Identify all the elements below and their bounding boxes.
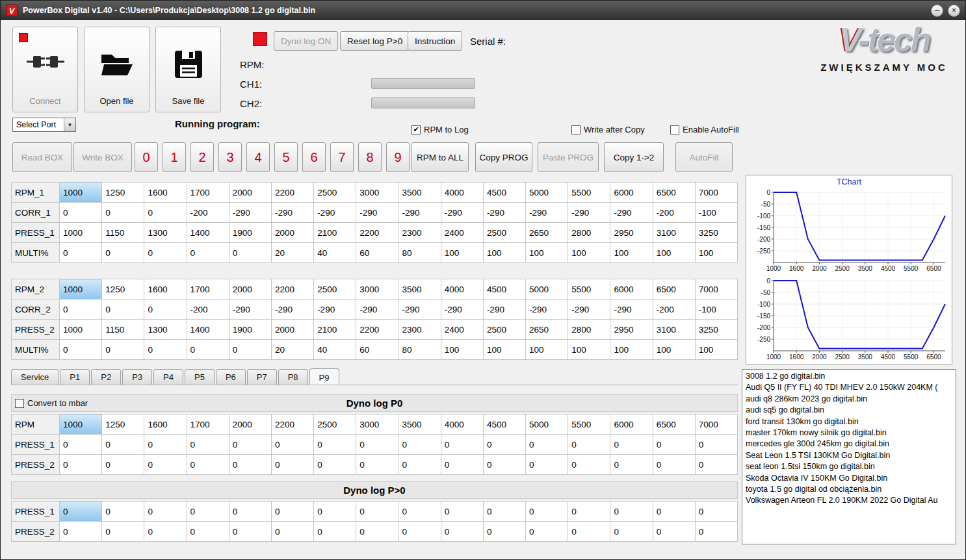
grid-cell[interactable]: 2950 (610, 320, 653, 340)
grid-cell[interactable]: 0 (483, 455, 525, 475)
grid-cell[interactable]: 6500 (653, 279, 695, 299)
grid-cell[interactable]: 1700 (187, 183, 229, 203)
grid-cell[interactable]: 0 (144, 522, 187, 542)
grid-cell[interactable]: 0 (356, 502, 398, 522)
grid-cell[interactable]: 0 (60, 299, 102, 320)
grid-cell[interactable]: 100 (610, 340, 653, 360)
grid-cell[interactable]: -290 (526, 299, 568, 320)
digit-button-5[interactable]: 5 (274, 142, 298, 172)
grid-cell[interactable]: 100 (653, 340, 695, 360)
grid-cell[interactable]: 4500 (483, 183, 525, 203)
grid-cell[interactable]: 2200 (356, 320, 398, 340)
grid-cell[interactable]: 0 (356, 435, 398, 455)
grid-cell[interactable]: 0 (653, 522, 695, 542)
grid-cell[interactable]: 1300 (144, 320, 187, 340)
grid-cell[interactable]: 0 (526, 502, 568, 522)
grid-cell[interactable]: 3500 (398, 279, 441, 299)
grid-cell[interactable]: 0 (60, 455, 102, 475)
grid-cell[interactable]: 0 (610, 455, 653, 475)
grid-cell[interactable]: 3000 (356, 183, 398, 203)
grid-cell[interactable]: 0 (229, 502, 271, 522)
tab-p2[interactable]: P2 (91, 369, 121, 385)
convert-to-mbar-checkbox[interactable]: Convert to mbar (15, 398, 88, 408)
grid-cell[interactable]: 0 (229, 243, 271, 263)
grid-cell[interactable]: 2500 (314, 279, 356, 299)
grid-cell[interactable]: 0 (441, 502, 483, 522)
grid-cell[interactable]: 4500 (483, 279, 525, 299)
reset-log-button[interactable]: Reset log P>0 (340, 31, 410, 51)
grid-cell[interactable]: 2000 (229, 414, 271, 435)
digit-button-4[interactable]: 4 (246, 142, 270, 172)
grid-cell[interactable]: 1700 (187, 414, 229, 435)
grid-cell[interactable]: 0 (102, 299, 144, 320)
grid-cell[interactable]: 1250 (102, 183, 144, 203)
grid-cell[interactable]: 0 (229, 522, 271, 542)
file-list-item[interactable]: master 170km nowy silnik go digital.bin (746, 427, 956, 439)
grid-cell[interactable]: 0 (60, 203, 102, 223)
grid-cell[interactable]: 0 (398, 502, 441, 522)
grid-cell[interactable]: 3000 (356, 279, 398, 299)
grid-cell[interactable]: 1600 (144, 279, 187, 299)
grid-cell[interactable]: 2100 (314, 320, 356, 340)
grid-cell[interactable]: -290 (398, 299, 441, 320)
grid-cell[interactable]: 5500 (568, 183, 610, 203)
digit-button-8[interactable]: 8 (358, 142, 382, 172)
tab-p8[interactable]: P8 (278, 369, 308, 385)
grid-cell[interactable]: 2300 (398, 223, 441, 243)
grid-cell[interactable]: 0 (102, 435, 144, 455)
grid-cell[interactable]: 0 (441, 435, 483, 455)
grid-cell[interactable]: 1000 (60, 279, 102, 299)
digit-button-1[interactable]: 1 (163, 142, 186, 172)
grid-cell[interactable]: 0 (144, 502, 187, 522)
grid-cell[interactable]: -100 (695, 299, 737, 320)
grid-cell[interactable]: 2200 (356, 223, 398, 243)
instruction-button[interactable]: Instruction (408, 31, 462, 51)
grid-cell[interactable]: -290 (610, 203, 653, 223)
grid-cell[interactable]: 3100 (653, 320, 695, 340)
grid-cell[interactable]: 100 (568, 340, 610, 360)
grid-cell[interactable]: 0 (695, 435, 737, 455)
grid-cell[interactable]: 2000 (271, 223, 313, 243)
grid-cell[interactable]: 7000 (695, 183, 737, 203)
grid-cell[interactable]: 0 (314, 455, 356, 475)
grid-cell[interactable]: 0 (271, 435, 313, 455)
file-list-item[interactable]: 3008 1.2 go digital.bin (746, 371, 956, 382)
grid-cell[interactable]: 3500 (398, 414, 441, 435)
grid-cell[interactable]: 4000 (441, 414, 483, 435)
grid-cell[interactable]: 0 (356, 522, 398, 542)
grid-cell[interactable]: -290 (229, 203, 271, 223)
grid-cell[interactable]: 5500 (568, 279, 610, 299)
dyno-log-on-button[interactable]: Dyno log ON (274, 31, 338, 51)
grid-cell[interactable]: 0 (695, 455, 737, 475)
grid-cell[interactable]: 2000 (229, 279, 271, 299)
grid-cell[interactable]: -290 (271, 299, 313, 320)
grid-cell[interactable]: 0 (271, 455, 313, 475)
grid-cell[interactable]: 2950 (610, 223, 653, 243)
grid-cell[interactable]: 2500 (483, 320, 525, 340)
grid-cell[interactable]: 100 (483, 340, 525, 360)
grid-cell[interactable]: 0 (398, 522, 441, 542)
digit-button-0[interactable]: 0 (135, 142, 158, 172)
file-list-item[interactable]: ford transit 130km go digital.bin (746, 416, 956, 427)
grid-cell[interactable]: 0 (483, 522, 525, 542)
grid-cell[interactable]: 40 (314, 340, 356, 360)
grid-cell[interactable]: -290 (441, 299, 483, 320)
grid-cell[interactable]: 2650 (526, 223, 568, 243)
grid-cell[interactable]: -290 (568, 203, 610, 223)
grid-cell[interactable]: 2000 (271, 320, 313, 340)
grid-cell[interactable]: 0 (483, 435, 525, 455)
grid-cell[interactable]: 2300 (398, 320, 441, 340)
grid-cell[interactable]: 0 (144, 340, 187, 360)
grid-cell[interactable]: 0 (568, 435, 610, 455)
grid-cell[interactable]: 2650 (526, 320, 568, 340)
grid-cell[interactable]: 1250 (102, 414, 144, 435)
grid-cell[interactable]: 100 (526, 340, 568, 360)
autofill-button[interactable]: AutoFill (675, 142, 733, 172)
grid-cell[interactable]: -200 (653, 299, 695, 320)
grid-cell[interactable]: 0 (60, 522, 102, 542)
grid-cell[interactable]: 0 (314, 502, 356, 522)
grid-cell[interactable]: 0 (144, 299, 187, 320)
grid-cell[interactable]: 1900 (229, 223, 271, 243)
select-port-dropdown[interactable]: Select Port ▼ (12, 118, 76, 132)
grid-cell[interactable]: 0 (314, 522, 356, 542)
